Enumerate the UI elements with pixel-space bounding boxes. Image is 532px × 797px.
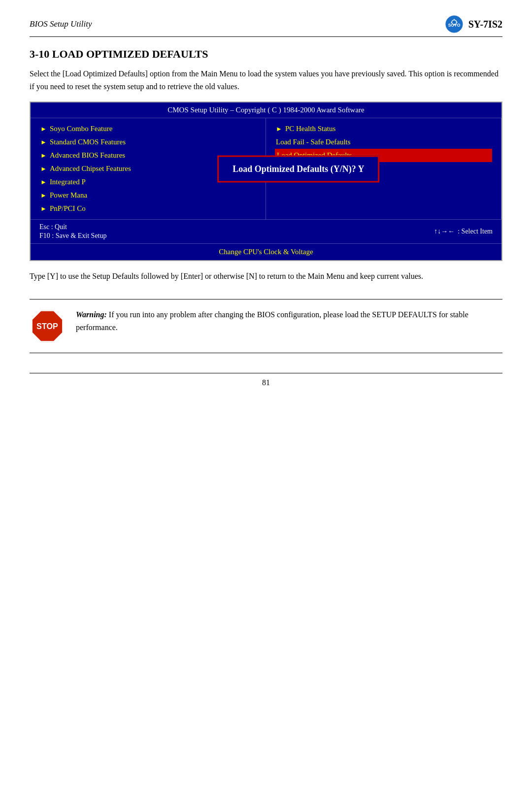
nav-desc: : Select Item (458, 228, 493, 235)
list-item[interactable]: ► Integrated P (39, 175, 148, 189)
list-item[interactable]: Load Fail - Safe Defaults (275, 135, 492, 149)
bios-title-bar: CMOS Setup Utility – Copyright ( C ) 198… (31, 102, 501, 118)
nav-keys: ↑↓→← (434, 228, 455, 235)
arrow-icon: ► (40, 152, 47, 160)
arrow-icon: ► (40, 165, 47, 173)
arrow-icon: ► (40, 178, 47, 186)
bios-bottom-bar: Change CPU's Clock & Voltage (31, 243, 501, 260)
header-right: SOYO SY-7IS2 (445, 15, 502, 33)
soyo-logo-icon: SOYO (445, 15, 464, 33)
arrow-icon: ► (40, 192, 47, 199)
f10-label: F10 : Save & Exit Setup (39, 232, 107, 240)
stop-icon: STOP (30, 308, 65, 344)
arrow-icon: ► (40, 205, 47, 213)
bios-menu-area: ► Soyo Combo Feature ► Standard CMOS Fea… (31, 118, 501, 219)
svg-text:STOP: STOP (36, 322, 58, 331)
header-model: SY-7IS2 (468, 19, 502, 30)
section-heading: 3-10 LOAD OPTIMIZED DEFAULTS (30, 48, 502, 61)
bios-footer: Esc : Quit F10 : Save & Exit Setup ↑↓→← … (31, 219, 501, 243)
bios-footer-left: Esc : Quit F10 : Save & Exit Setup (39, 223, 107, 240)
intro-text: Select the [Load Optimized Defaults] opt… (30, 67, 502, 93)
post-text: Type [Y] to use the Setup Defaults follo… (30, 270, 502, 283)
page-header: BIOS Setup Utility SOYO SY-7IS2 (30, 15, 502, 37)
arrow-icon: ► (40, 138, 47, 146)
dialog-text: Load Optimized Defaults (Y/N)? Y (233, 164, 364, 173)
header-title: BIOS Setup Utility (30, 19, 92, 29)
list-item[interactable]: ► PnP/PCI Co (39, 202, 148, 215)
arrow-icon: ► (276, 125, 282, 133)
list-item[interactable]: ► Standard CMOS Features (39, 135, 257, 149)
list-item[interactable]: ► Power Mana (39, 189, 148, 202)
arrow-icon: ► (40, 125, 47, 133)
warning-body: If you run into any problem after changi… (76, 310, 468, 332)
page-number: 81 (30, 373, 502, 387)
bios-footer-right: ↑↓→← : Select Item (434, 223, 493, 240)
warning-section: STOP Warning: If you run into any proble… (30, 299, 502, 353)
bios-dialog-box[interactable]: Load Optimized Defaults (Y/N)? Y (217, 155, 379, 182)
bios-screen: CMOS Setup Utility – Copyright ( C ) 198… (30, 101, 502, 261)
list-item[interactable]: ► PC Health Status (275, 122, 492, 135)
esc-label: Esc : Quit (39, 223, 107, 231)
warning-text: Warning: If you run into any problem aft… (76, 308, 502, 334)
warning-bold: Warning: (76, 310, 107, 319)
list-item[interactable]: ► Soyo Combo Feature (39, 122, 257, 135)
